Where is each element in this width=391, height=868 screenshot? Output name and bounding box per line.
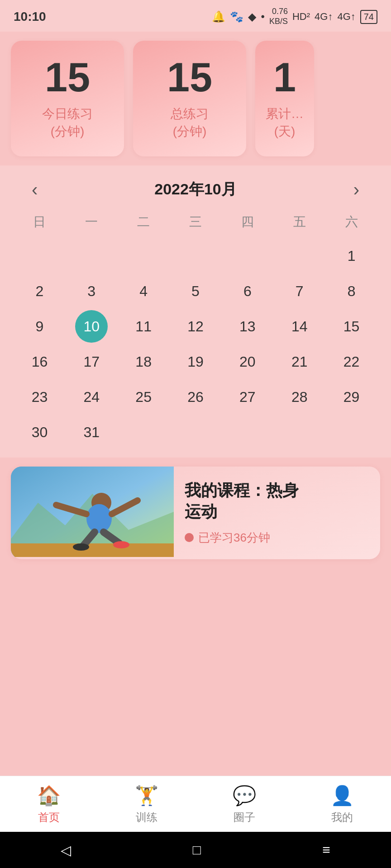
calendar-weekdays: 日 一 二 三 四 五 六 [14,209,377,235]
cal-day-28[interactable]: 28 [283,381,316,413]
cal-day-31[interactable]: 31 [75,416,108,448]
cal-day-10[interactable]: 10 [75,310,108,343]
cal-day-13[interactable]: 13 [231,310,264,343]
calendar-header: ‹ 2022年10月 › [14,170,377,209]
bottom-nav: 🏠 首页 🏋 训练 💬 圈子 👤 我的 [0,776,391,832]
weekday-wed: 三 [170,209,222,235]
cal-day-25[interactable]: 25 [127,381,160,413]
course-progress: 已学习36分钟 [185,530,369,546]
cal-day-5[interactable]: 5 [179,275,212,307]
training-icon: 🏋 [135,784,158,807]
calendar-section: ‹ 2022年10月 › 日 一 二 三 四 五 六 1234567891011… [0,165,391,458]
stat-number-total: 15 [167,57,212,98]
cal-day-9[interactable]: 9 [23,310,56,343]
nav-item-mine[interactable]: 👤 我的 [293,784,391,825]
cal-day-23[interactable]: 23 [23,381,56,413]
stat-card-total[interactable]: 15 总练习(分钟) [133,41,246,156]
nav-label-home: 首页 [38,810,60,825]
system-nav: ◁ □ ≡ [0,832,391,868]
weekday-thu: 四 [221,209,273,235]
nav-item-home[interactable]: 🏠 首页 [0,784,98,825]
course-card[interactable]: 我的课程：热身运动 已学习36分钟 [11,467,380,559]
cal-day-27[interactable]: 27 [231,381,264,413]
stat-label-cumulative: 累计…(天) [266,105,304,140]
network-speed: 0.76 KB/S [269,7,288,26]
course-image [11,467,174,557]
stat-number-cumulative: 1 [273,57,296,98]
weekday-mon: 一 [66,209,118,235]
cal-day-7[interactable]: 7 [283,275,316,307]
nav-item-training[interactable]: 🏋 训练 [98,784,196,825]
cal-day-12[interactable]: 12 [179,310,212,343]
cal-day-11[interactable]: 11 [127,310,160,343]
calendar-days: 1234567891011121314151617181920212223242… [14,240,377,448]
status-right: 🔔 🐾 ◆ • 0.76 KB/S HD² 4G↑ 4G↑ 74 [212,7,377,26]
cal-day-6[interactable]: 6 [231,275,264,307]
battery-indicator: 74 [360,10,377,24]
signal-4g-1: 4G↑ [315,11,333,23]
weekday-tue: 二 [118,209,170,235]
cal-day-22[interactable]: 22 [335,345,368,378]
prev-month-button[interactable]: ‹ [32,180,38,198]
stat-label-total: 总练习(分钟) [171,105,209,140]
stat-card-cumulative[interactable]: 1 累计…(天) [255,41,314,156]
app-icon-2: ◆ [248,10,256,23]
stat-number-today: 15 [45,57,90,98]
cal-day-1[interactable]: 1 [335,240,368,272]
signal-4g-2: 4G↑ [337,11,355,23]
status-bar: 10:10 🔔 🐾 ◆ • 0.76 KB/S HD² 4G↑ 4G↑ 74 [0,0,391,32]
cal-day-3[interactable]: 3 [75,275,108,307]
cal-day-2[interactable]: 2 [23,275,56,307]
stat-card-today[interactable]: 15 今日练习(分钟) [11,41,124,156]
next-month-button[interactable]: › [353,180,359,198]
dot-icon: • [261,10,264,23]
course-title: 我的课程：热身运动 [185,480,369,523]
weekday-sat: 六 [325,209,377,235]
cal-day-19[interactable]: 19 [179,345,212,378]
nav-label-mine: 我的 [331,810,353,825]
circle-icon: 💬 [233,784,256,807]
cal-day-17[interactable]: 17 [75,345,108,378]
nav-label-training: 训练 [136,810,157,825]
home-button[interactable]: □ [193,842,201,858]
nav-label-circle: 圈子 [234,810,255,825]
cal-day-14[interactable]: 14 [283,310,316,343]
cal-day-4[interactable]: 4 [127,275,160,307]
status-time: 10:10 [14,9,46,24]
svg-point-4 [86,504,112,533]
home-icon: 🏠 [37,784,61,807]
calendar-grid: 日 一 二 三 四 五 六 12345678910111213141516171… [14,209,377,448]
calendar-month-title: 2022年10月 [154,179,236,200]
cal-day-30[interactable]: 30 [23,416,56,448]
progress-text: 已学习36分钟 [198,530,270,546]
cal-day-8[interactable]: 8 [335,275,368,307]
notification-icon: 🔔 [212,10,225,23]
course-section: 我的课程：热身运动 已学习36分钟 [0,458,391,564]
mine-icon: 👤 [330,784,354,807]
svg-rect-2 [11,543,174,557]
cal-day-29[interactable]: 29 [335,381,368,413]
weekday-fri: 五 [273,209,325,235]
svg-point-10 [113,541,129,548]
cal-day-18[interactable]: 18 [127,345,160,378]
nav-item-circle[interactable]: 💬 圈子 [196,784,293,825]
stat-label-today: 今日练习(分钟) [42,105,93,140]
weekday-sun: 日 [14,209,66,235]
back-button[interactable]: ◁ [61,842,71,858]
course-info: 我的课程：热身运动 已学习36分钟 [174,467,380,559]
app-icon-1: 🐾 [230,10,243,23]
svg-point-9 [73,543,89,551]
stats-row: 15 今日练习(分钟) 15 总练习(分钟) 1 累计…(天) [0,32,391,165]
menu-button[interactable]: ≡ [322,842,330,858]
progress-dot-icon [185,533,194,542]
cal-day-15[interactable]: 15 [335,310,368,343]
hd-badge: HD² [292,11,310,23]
cal-day-16[interactable]: 16 [23,345,56,378]
cal-day-20[interactable]: 20 [231,345,264,378]
cal-day-26[interactable]: 26 [179,381,212,413]
cal-day-21[interactable]: 21 [283,345,316,378]
cal-day-24[interactable]: 24 [75,381,108,413]
